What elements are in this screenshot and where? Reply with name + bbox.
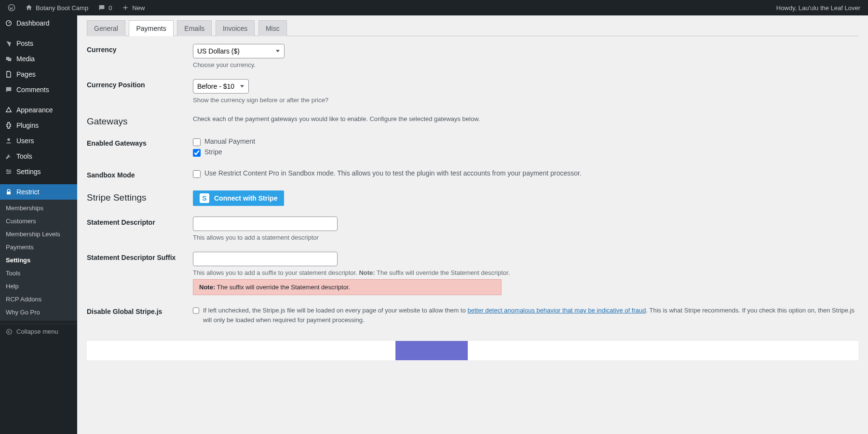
sidebar-item-appearance[interactable]: Appearance	[0, 102, 77, 118]
sidebar-item-media[interactable]: Media	[0, 51, 77, 67]
sidebar-item-dashboard[interactable]: Dashboard	[0, 15, 77, 31]
sidebar-label: Dashboard	[16, 19, 50, 27]
tab-misc[interactable]: Misc	[258, 20, 287, 36]
currency-position-label: Currency Position	[87, 79, 193, 89]
settings-tabs: General Payments Emails Invoices Misc	[87, 20, 858, 36]
stripe-settings-heading: Stripe Settings	[87, 192, 193, 203]
sidebar-label: Appearance	[16, 106, 53, 114]
sidebar-item-restrict[interactable]: Restrict	[0, 184, 77, 200]
gateway-manual-label: Manual Payment	[204, 137, 255, 145]
sidebar-label: Users	[16, 137, 34, 145]
sidebar-label: Media	[16, 55, 35, 63]
tab-payments[interactable]: Payments	[129, 20, 173, 36]
site-name: Botany Boot Camp	[36, 4, 88, 12]
suffix-note-box: Note: The suffix will override the State…	[193, 279, 502, 295]
sidebar-item-pages[interactable]: Pages	[0, 67, 77, 82]
sandbox-text: Use Restrict Content Pro in Sandbox mode…	[204, 169, 582, 177]
currency-help: Choose your currency.	[193, 61, 858, 68]
tab-invoices[interactable]: Invoices	[216, 20, 255, 36]
fraud-detection-link[interactable]: better detect anomalous behavior that ma…	[467, 307, 646, 314]
gateways-desc: Check each of the payment gateways you w…	[193, 115, 858, 122]
disable-stripejs-label: Disable Global Stripe.js	[87, 306, 193, 315]
svg-point-2	[7, 138, 10, 141]
howdy-text: Howdy, Lau'ulu the Leaf Lover	[776, 4, 860, 12]
sidebar-label: Plugins	[16, 122, 39, 129]
disable-stripejs-text: If left unchecked, the Stripe.js file wi…	[203, 306, 858, 325]
disable-stripejs-checkbox[interactable]	[193, 307, 199, 314]
submenu-customers[interactable]: Customers	[0, 215, 77, 228]
statement-descriptor-help: This allows you to add a statement descr…	[193, 234, 858, 241]
sidebar-label: Pages	[16, 70, 36, 78]
statement-suffix-input[interactable]	[193, 252, 338, 266]
submenu-addons[interactable]: RCP Addons	[0, 293, 77, 306]
sidebar-label: Posts	[16, 40, 33, 47]
new-link[interactable]: New	[118, 0, 149, 15]
comments-link[interactable]: 0	[94, 0, 116, 15]
submenu-settings[interactable]: Settings	[0, 254, 77, 267]
wp-logo[interactable]	[4, 0, 19, 15]
gateway-stripe-checkbox[interactable]	[193, 149, 201, 157]
sidebar-label: Restrict	[16, 188, 39, 196]
gateways-heading: Gateways	[87, 116, 193, 127]
footer-accent	[395, 341, 468, 360]
footer-panel	[87, 341, 858, 360]
sidebar-label: Comments	[16, 86, 49, 94]
enabled-gateways-label: Enabled Gateways	[87, 137, 193, 147]
sidebar-item-tools[interactable]: Tools	[0, 149, 77, 164]
currency-position-select[interactable]: Before - $10	[193, 79, 249, 94]
statement-suffix-help: This allows you to add a suffix to your …	[193, 269, 858, 276]
comments-count: 0	[108, 4, 112, 12]
gateway-manual-checkbox[interactable]	[193, 138, 201, 146]
svg-point-10	[7, 329, 12, 334]
submenu-levels[interactable]: Membership Levels	[0, 228, 77, 241]
tab-emails[interactable]: Emails	[177, 20, 212, 36]
svg-point-7	[9, 171, 11, 173]
stripe-icon: S	[200, 193, 209, 203]
connect-stripe-button[interactable]: SConnect with Stripe	[193, 190, 284, 206]
svg-point-0	[8, 4, 14, 11]
sidebar-item-plugins[interactable]: Plugins	[0, 118, 77, 133]
sandbox-label: Sandbox Mode	[87, 169, 193, 179]
sidebar-item-posts[interactable]: Posts	[0, 36, 77, 51]
admin-sidebar: Dashboard Posts Media Pages Comments App…	[0, 15, 77, 434]
gateway-stripe-label: Stripe	[204, 148, 222, 156]
connect-stripe-label: Connect with Stripe	[214, 194, 277, 202]
submenu-help[interactable]: Help	[0, 280, 77, 293]
sidebar-label: Settings	[16, 168, 41, 176]
statement-descriptor-label: Statement Descriptor	[87, 217, 193, 226]
admin-bar: Botany Boot Camp 0 New Howdy, Lau'ulu th…	[0, 0, 868, 15]
svg-point-6	[7, 169, 8, 171]
collapse-menu-button[interactable]: Collapse menu	[0, 324, 77, 339]
collapse-label: Collapse menu	[16, 328, 58, 335]
sandbox-checkbox[interactable]	[193, 170, 201, 178]
sidebar-item-comments[interactable]: Comments	[0, 82, 77, 97]
submenu-payments[interactable]: Payments	[0, 241, 77, 254]
currency-select[interactable]: US Dollars ($)	[193, 44, 285, 58]
currency-label: Currency	[87, 44, 193, 54]
currency-position-help: Show the currency sign before or after t…	[193, 96, 858, 104]
submenu-whypro[interactable]: Why Go Pro	[0, 306, 77, 319]
main-content: General Payments Emails Invoices Misc Cu…	[77, 15, 868, 434]
sidebar-item-settings[interactable]: Settings	[0, 164, 77, 179]
statement-descriptor-input[interactable]	[193, 217, 338, 231]
tab-general[interactable]: General	[87, 20, 125, 36]
svg-rect-9	[7, 191, 11, 194]
svg-point-8	[7, 173, 9, 174]
howdy-link[interactable]: Howdy, Lau'ulu the Leaf Lover	[773, 0, 864, 15]
submenu-memberships[interactable]: Memberships	[0, 202, 77, 215]
site-link[interactable]: Botany Boot Camp	[21, 0, 92, 15]
restrict-submenu: Memberships Customers Membership Levels …	[0, 200, 77, 321]
sidebar-item-users[interactable]: Users	[0, 133, 77, 149]
statement-suffix-label: Statement Descriptor Suffix	[87, 252, 193, 261]
sidebar-label: Tools	[16, 152, 32, 160]
submenu-tools[interactable]: Tools	[0, 267, 77, 280]
new-label: New	[132, 4, 145, 12]
